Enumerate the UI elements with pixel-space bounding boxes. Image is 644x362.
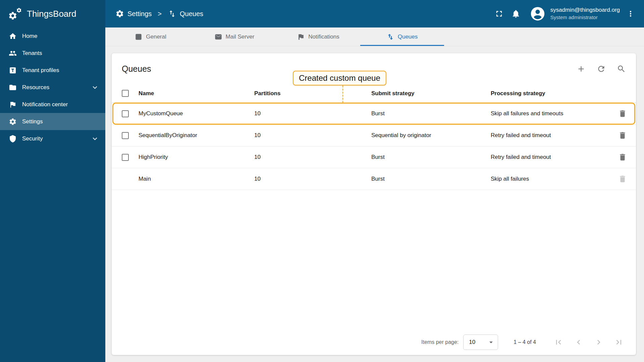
table-header-row: Name Partitions Submit strategy Processi… [112, 84, 636, 103]
breadcrumb-label: Settings [127, 10, 152, 18]
tab-mail-server[interactable]: Mail Server [193, 27, 276, 46]
home-icon [9, 32, 17, 40]
cell-partitions: 10 [254, 110, 371, 117]
cell-processing-strategy: Retry failed and timeout [491, 132, 609, 139]
sidebar-item-label: Tenant profiles [22, 67, 59, 74]
cell-name: MyCustomQueue [139, 110, 254, 117]
cell-name: SequentialByOriginator [139, 132, 254, 139]
cell-partitions: 10 [254, 176, 371, 182]
delete-queue-button[interactable] [615, 150, 630, 165]
sidebar-item-label: Resources [22, 84, 49, 91]
cell-submit-strategy: Burst [371, 176, 491, 182]
cell-submit-strategy: Burst [371, 154, 491, 161]
fullscreen-button[interactable] [491, 5, 507, 22]
column-header-partitions: Partitions [254, 90, 371, 97]
select-all-checkbox[interactable] [122, 90, 129, 97]
gear-icon [115, 9, 124, 18]
table-row[interactable]: SequentialByOriginator 10 Sequential by … [112, 125, 636, 146]
row-checkbox[interactable] [122, 154, 129, 161]
sidebar: ThingsBoard Home Tenants Tenant profiles… [0, 0, 105, 362]
sidebar-item-tenants[interactable]: Tenants [0, 45, 105, 62]
breadcrumb-settings[interactable]: Settings [115, 9, 152, 18]
row-checkbox[interactable] [122, 110, 129, 117]
sidebar-nav: Home Tenants Tenant profiles Resources N… [0, 27, 105, 147]
tab-general[interactable]: General [109, 27, 193, 46]
items-per-page-label: Items per page: [421, 339, 459, 345]
app-logo[interactable]: ThingsBoard [0, 0, 105, 27]
tab-label: Mail Server [226, 34, 255, 40]
table-row[interactable]: HighPriority 10 Burst Retry failed and t… [112, 146, 636, 168]
add-icon [577, 64, 586, 73]
cell-submit-strategy: Burst [371, 110, 491, 117]
people-icon [9, 49, 17, 57]
trash-icon [618, 153, 627, 162]
chevron-down-icon [91, 83, 99, 92]
trash-icon [618, 131, 627, 140]
sidebar-item-home[interactable]: Home [0, 27, 105, 45]
breadcrumb-queues[interactable]: Queues [168, 9, 203, 18]
delete-queue-button[interactable] [615, 106, 630, 121]
user-info: sysadmin@thingsboard.org System administ… [550, 6, 620, 21]
notifications-button[interactable] [507, 5, 524, 22]
user-role: System administrator [550, 14, 620, 21]
first-page-icon [554, 338, 563, 347]
account-circle-icon [530, 6, 545, 21]
refresh-button[interactable] [594, 61, 608, 76]
row-checkbox[interactable] [122, 132, 129, 139]
tab-label: Notifications [308, 34, 339, 40]
queues-card: Queues Name Partitions Submit strategy P [112, 53, 636, 355]
app-name: ThingsBoard [27, 9, 76, 19]
sidebar-item-label: Home [22, 33, 37, 40]
cell-processing-strategy: Skip all failures and timeouts [491, 110, 609, 117]
breadcrumb-separator: > [158, 10, 162, 18]
last-page-icon [614, 338, 624, 347]
cell-submit-strategy: Sequential by originator [371, 132, 491, 139]
first-page-button [550, 334, 567, 350]
swap-vert-icon [168, 9, 176, 18]
settings-square-icon [135, 33, 142, 41]
cell-name: Main [139, 176, 254, 182]
thingsboard-logo-icon [8, 7, 23, 20]
sidebar-item-tenant-profiles[interactable]: Tenant profiles [0, 62, 105, 79]
sidebar-item-security[interactable]: Security [0, 130, 105, 147]
chevron-down-icon [91, 134, 99, 143]
previous-page-button [570, 334, 587, 350]
fullscreen-icon [494, 9, 504, 18]
cell-partitions: 10 [254, 154, 371, 161]
table-row[interactable]: MyCustomQueue 10 Burst Skip all failures… [112, 103, 636, 125]
main-content: General Mail Server Notifications Queues… [105, 27, 644, 362]
sidebar-item-settings[interactable]: Settings [0, 113, 105, 130]
user-email: sysadmin@thingsboard.org [550, 6, 620, 14]
chevron-left-icon [574, 338, 583, 347]
table-row[interactable]: Main 10 Burst Skip all failures [112, 168, 636, 190]
cell-name: HighPriority [139, 154, 254, 161]
bell-icon [511, 9, 521, 18]
sidebar-item-label: Security [22, 135, 43, 142]
annotation-connector-line [342, 85, 343, 103]
user-avatar[interactable] [529, 5, 546, 22]
cell-processing-strategy: Retry failed and timeout [491, 154, 609, 161]
delete-queue-button[interactable] [615, 128, 630, 143]
sidebar-item-label: Tenants [22, 50, 42, 57]
chevron-right-icon [594, 338, 603, 347]
add-queue-button[interactable] [574, 61, 588, 76]
mail-icon [215, 33, 222, 41]
kebab-menu-icon [626, 9, 635, 18]
items-per-page-value: 10 [469, 339, 475, 346]
sidebar-item-resources[interactable]: Resources [0, 79, 105, 96]
sidebar-item-notification-center[interactable]: Notification center [0, 96, 105, 113]
folder-icon [9, 83, 17, 92]
tab-notifications[interactable]: Notifications [276, 27, 360, 46]
card-title: Queues [122, 64, 151, 74]
settings-tabs: General Mail Server Notifications Queues [105, 27, 644, 46]
tab-queues[interactable]: Queues [360, 27, 444, 46]
last-page-button [610, 334, 627, 350]
items-per-page-select[interactable]: 10 [463, 335, 498, 350]
search-button[interactable] [614, 61, 629, 76]
user-menu-button[interactable] [623, 5, 638, 22]
flag-icon [9, 101, 17, 109]
trash-icon [618, 175, 627, 183]
next-page-button [590, 334, 607, 350]
search-icon [617, 64, 626, 73]
flag-icon [297, 33, 305, 41]
